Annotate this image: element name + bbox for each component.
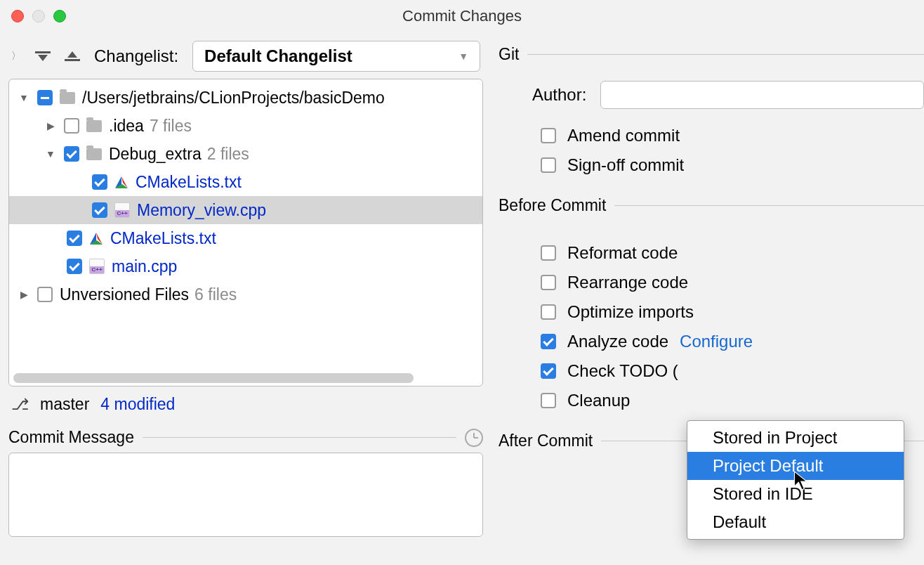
idea-name: .idea bbox=[109, 117, 144, 136]
signoff-option[interactable]: Sign-off commit bbox=[541, 155, 924, 175]
changes-toolbar: 〉 Changelist: Default Changelist ▼ bbox=[6, 41, 486, 79]
chevron-down-icon[interactable]: ▼ bbox=[18, 92, 30, 103]
history-back-icon[interactable]: 〉 bbox=[11, 50, 21, 63]
file-name: CMakeLists.txt bbox=[136, 173, 242, 192]
tree-file-row[interactable]: CMakeLists.txt bbox=[9, 224, 482, 252]
branch-name: master bbox=[40, 395, 89, 414]
changelist-label: Changelist: bbox=[94, 46, 178, 66]
file-name: CMakeLists.txt bbox=[110, 229, 216, 248]
expand-all-icon[interactable] bbox=[35, 51, 51, 61]
chevron-down-icon[interactable]: ▼ bbox=[44, 148, 57, 160]
author-field: Author: bbox=[532, 81, 924, 109]
cmake-icon bbox=[89, 231, 103, 245]
folder-icon bbox=[60, 92, 75, 104]
window-title: Commit Changes bbox=[402, 7, 522, 25]
debug-name: Debug_extra bbox=[109, 145, 202, 164]
author-label: Author: bbox=[532, 85, 586, 105]
commit-message-label: Commit Message bbox=[8, 428, 134, 447]
tree-idea-row[interactable]: ▶ .idea 7 files bbox=[9, 112, 482, 140]
cleanup-option[interactable]: Cleanup bbox=[541, 391, 924, 410]
horizontal-scrollbar[interactable] bbox=[13, 373, 478, 383]
status-bar: ⎇ master 4 modified bbox=[6, 387, 486, 422]
popup-item-default[interactable]: Default bbox=[687, 508, 904, 536]
popup-item-stored-project[interactable]: Stored in Project bbox=[687, 424, 904, 452]
reformat-label: Reformat code bbox=[567, 243, 678, 263]
file-name: main.cpp bbox=[112, 257, 177, 276]
checkbox-optimize[interactable] bbox=[541, 304, 556, 320]
cmake-icon bbox=[114, 175, 128, 189]
signoff-label: Sign-off commit bbox=[567, 155, 684, 175]
tree-unversioned-row[interactable]: ▶ Unversioned Files 6 files bbox=[9, 280, 482, 309]
optimize-option[interactable]: Optimize imports bbox=[541, 302, 924, 322]
zoom-window-icon[interactable] bbox=[53, 10, 66, 22]
tree-file-row[interactable]: C++ main.cpp bbox=[9, 252, 482, 280]
analyze-label: Analyze code bbox=[567, 332, 668, 351]
checkbox-file[interactable] bbox=[92, 202, 107, 218]
collapse-all-icon[interactable] bbox=[65, 51, 80, 61]
tree-file-row[interactable]: CMakeLists.txt bbox=[9, 168, 482, 196]
cleanup-label: Cleanup bbox=[567, 391, 630, 410]
close-window-icon[interactable] bbox=[11, 10, 24, 22]
branch-icon: ⎇ bbox=[11, 396, 29, 414]
amend-option[interactable]: Amend commit bbox=[541, 126, 924, 145]
debug-count: 2 files bbox=[207, 145, 249, 164]
unversioned-name: Unversioned Files bbox=[60, 285, 189, 304]
scrollbar-thumb[interactable] bbox=[13, 373, 414, 383]
before-commit-section: Before Commit bbox=[499, 196, 924, 215]
divider bbox=[614, 205, 924, 206]
checkbox-rearrange[interactable] bbox=[541, 275, 556, 290]
changes-tree-panel: ▼ /Users/jetbrains/CLionProjects/basicDe… bbox=[8, 79, 483, 387]
checkbox-signoff[interactable] bbox=[541, 157, 556, 173]
checkbox-amend[interactable] bbox=[541, 128, 556, 143]
unversioned-count: 6 files bbox=[194, 285, 237, 304]
window-controls bbox=[11, 10, 66, 22]
tree-root-row[interactable]: ▼ /Users/jetbrains/CLionProjects/basicDe… bbox=[9, 84, 482, 112]
checkbox-debug[interactable] bbox=[64, 146, 79, 162]
cpp-file-icon: C++ bbox=[114, 202, 130, 218]
tree-file-row-selected[interactable]: C++ Memory_view.cpp bbox=[9, 196, 482, 224]
changelist-value: Default Changelist bbox=[204, 46, 352, 66]
checkbox-unversioned[interactable] bbox=[37, 287, 53, 302]
checkbox-reformat[interactable] bbox=[541, 245, 556, 261]
cpp-file-icon: C++ bbox=[89, 259, 105, 274]
folder-icon bbox=[86, 148, 102, 160]
chevron-right-icon[interactable]: ▶ bbox=[18, 289, 30, 300]
history-icon[interactable] bbox=[465, 429, 483, 447]
commit-message-input[interactable] bbox=[8, 453, 483, 537]
commit-message-section: Commit Message bbox=[8, 428, 483, 447]
checkbox-idea[interactable] bbox=[64, 118, 79, 134]
checkbox-file[interactable] bbox=[67, 230, 82, 246]
analyze-option[interactable]: Analyze code Configure bbox=[541, 332, 924, 351]
divider bbox=[143, 437, 456, 438]
checkbox-todo[interactable] bbox=[541, 363, 556, 379]
chevron-down-icon: ▼ bbox=[458, 51, 468, 62]
chevron-right-icon[interactable]: ▶ bbox=[44, 120, 57, 131]
before-commit-label: Before Commit bbox=[499, 196, 606, 215]
file-name: Memory_view.cpp bbox=[137, 201, 266, 220]
checkbox-file[interactable] bbox=[67, 259, 82, 274]
titlebar: Commit Changes bbox=[0, 0, 924, 32]
after-commit-label: After Commit bbox=[499, 431, 593, 450]
git-section: Git bbox=[499, 45, 924, 64]
rearrange-label: Rearrange code bbox=[567, 273, 688, 292]
checkbox-root[interactable] bbox=[37, 90, 53, 105]
divider bbox=[527, 54, 924, 55]
checkbox-analyze[interactable] bbox=[541, 334, 556, 349]
checkbox-cleanup[interactable] bbox=[541, 393, 556, 408]
cursor-icon bbox=[793, 471, 810, 495]
check-todo-option[interactable]: Check TODO ( bbox=[541, 361, 924, 381]
root-path: /Users/jetbrains/CLionProjects/basicDemo bbox=[82, 89, 385, 108]
folder-icon bbox=[86, 120, 102, 132]
amend-label: Amend commit bbox=[567, 126, 680, 145]
checkbox-file[interactable] bbox=[92, 174, 107, 190]
reformat-option[interactable]: Reformat code bbox=[541, 243, 924, 263]
git-label: Git bbox=[499, 45, 519, 64]
tree-debug-row[interactable]: ▼ Debug_extra 2 files bbox=[9, 140, 482, 168]
todo-label: Check TODO ( bbox=[567, 361, 678, 381]
author-input[interactable] bbox=[600, 81, 924, 109]
configure-link[interactable]: Configure bbox=[680, 332, 753, 351]
modified-count[interactable]: 4 modified bbox=[100, 395, 175, 414]
changelist-select[interactable]: Default Changelist ▼ bbox=[192, 41, 480, 72]
minimize-window-icon[interactable] bbox=[32, 10, 45, 22]
rearrange-option[interactable]: Rearrange code bbox=[541, 273, 924, 292]
